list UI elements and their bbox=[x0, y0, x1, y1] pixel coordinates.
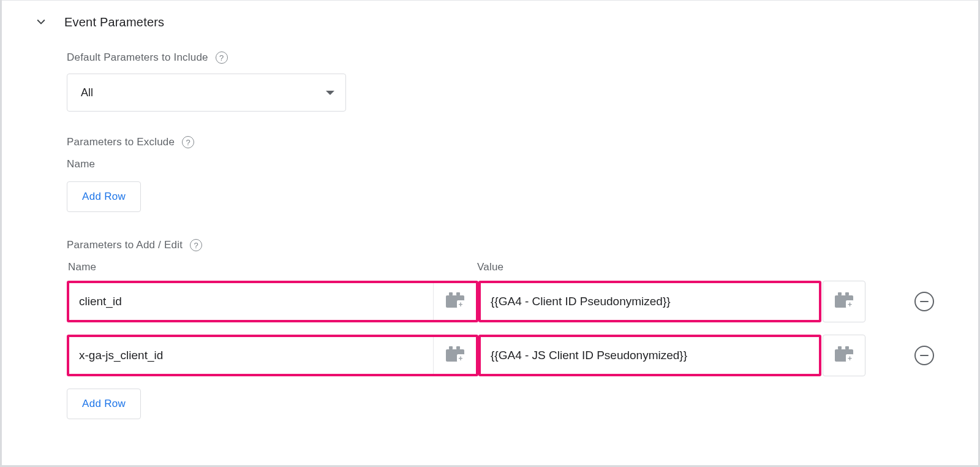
help-icon[interactable]: ? bbox=[216, 51, 228, 64]
section-title: Event Parameters bbox=[64, 15, 164, 29]
variable-icon: + bbox=[835, 295, 853, 308]
section-header[interactable]: Event Parameters bbox=[35, 15, 945, 29]
params-exclude-label: Parameters to Exclude bbox=[67, 136, 175, 148]
variable-picker-button[interactable]: + bbox=[823, 281, 865, 322]
default-params-select[interactable]: All bbox=[67, 74, 346, 112]
help-icon[interactable]: ? bbox=[190, 239, 202, 251]
param-value-input[interactable] bbox=[481, 283, 819, 320]
variable-picker-button[interactable]: + bbox=[823, 335, 865, 376]
variable-icon: + bbox=[446, 295, 464, 308]
add-row-addedit-button[interactable]: Add Row bbox=[67, 389, 141, 419]
default-params-value: All bbox=[81, 86, 93, 99]
param-value-input[interactable] bbox=[481, 337, 819, 374]
variable-picker-button[interactable]: + bbox=[433, 337, 476, 374]
variable-icon: + bbox=[446, 349, 464, 362]
addedit-col-name: Name bbox=[67, 261, 477, 273]
remove-row-button[interactable] bbox=[914, 346, 934, 365]
exclude-col-name: Name bbox=[67, 158, 95, 170]
dropdown-triangle-icon bbox=[326, 91, 334, 95]
add-row-exclude-button[interactable]: Add Row bbox=[67, 181, 141, 212]
param-row: + + bbox=[67, 281, 921, 322]
variable-icon: + bbox=[835, 349, 853, 362]
params-addedit-label: Parameters to Add / Edit bbox=[67, 239, 183, 251]
minus-icon bbox=[920, 355, 929, 357]
param-row: + + bbox=[67, 335, 921, 376]
param-name-input[interactable] bbox=[69, 337, 433, 374]
addedit-col-value: Value bbox=[477, 261, 888, 273]
default-params-label: Default Parameters to Include bbox=[67, 51, 208, 64]
chevron-down-icon bbox=[35, 15, 47, 29]
help-icon[interactable]: ? bbox=[182, 136, 194, 148]
param-name-input[interactable] bbox=[69, 283, 433, 320]
minus-icon bbox=[920, 301, 929, 303]
variable-picker-button[interactable]: + bbox=[433, 283, 476, 320]
remove-row-button[interactable] bbox=[914, 292, 934, 311]
divider bbox=[2, 0, 978, 1]
